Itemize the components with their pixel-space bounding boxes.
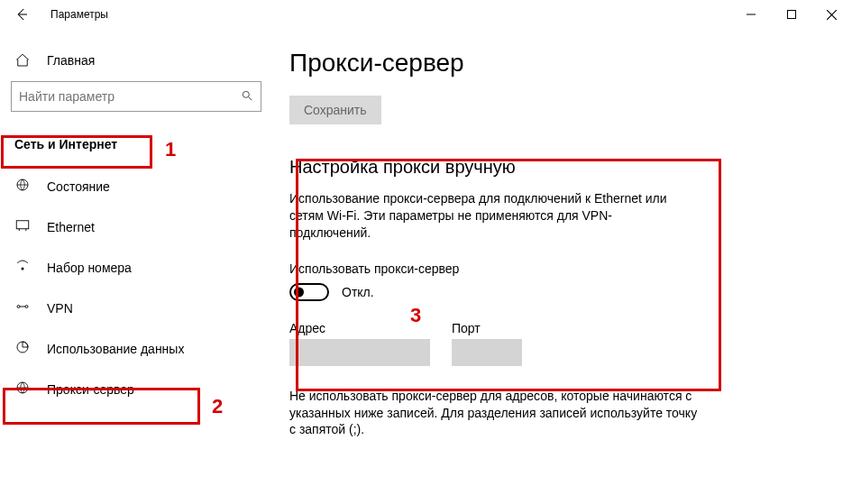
sidebar-item-label: Набор номера [47, 261, 132, 275]
arrow-left-icon [14, 6, 30, 23]
maximize-icon [787, 10, 796, 19]
ethernet-icon [14, 217, 31, 236]
save-button[interactable]: Сохранить [289, 96, 381, 124]
toggle-knob [294, 287, 304, 297]
svg-point-11 [17, 306, 20, 308]
port-label: Порт [452, 321, 522, 335]
manual-proxy-desc: Использование прокси-сервера для подключ… [289, 190, 677, 242]
close-icon [827, 10, 837, 20]
use-proxy-label: Использовать прокси-сервер [289, 261, 838, 276]
manual-proxy-heading: Настройка прокси вручную [289, 157, 838, 178]
sidebar-item-label: VPN [47, 301, 73, 316]
sidebar-item-data-usage[interactable]: Использование данных [11, 328, 236, 369]
maximize-button[interactable] [771, 0, 811, 29]
data-usage-icon [14, 339, 31, 358]
home-icon [14, 52, 31, 69]
sidebar-item-label: Состояние [47, 179, 110, 194]
port-input[interactable] [452, 339, 522, 366]
titlebar: Параметры [0, 0, 852, 29]
svg-rect-1 [787, 11, 795, 19]
proxy-icon [14, 380, 31, 399]
svg-point-4 [243, 91, 249, 97]
svg-point-12 [25, 306, 28, 308]
sidebar-item-label: Использование данных [47, 342, 184, 356]
use-proxy-toggle[interactable] [289, 283, 329, 301]
search-box[interactable] [11, 81, 261, 112]
dialup-icon [14, 258, 31, 277]
sidebar-item-status[interactable]: Состояние [11, 166, 236, 206]
exclude-note: Не использовать прокси-сервер для адресо… [289, 388, 704, 439]
address-label: Адрес [289, 321, 430, 335]
home-label: Главная [47, 53, 95, 68]
minimize-icon [747, 10, 756, 19]
page-title: Прокси-сервер [289, 49, 838, 78]
minimize-button[interactable] [730, 0, 771, 29]
sidebar: Главная Сеть и Интернет Состояние Ethern… [0, 29, 275, 504]
search-icon [241, 89, 253, 105]
address-input[interactable] [289, 339, 430, 366]
sidebar-item-dialup[interactable]: Набор номера [11, 247, 236, 288]
sidebar-item-vpn[interactable]: VPN [11, 288, 236, 328]
window-controls [730, 0, 852, 29]
svg-rect-7 [16, 221, 29, 229]
section-label: Сеть и Интернет [11, 128, 158, 160]
svg-point-10 [22, 268, 24, 270]
vpn-icon [14, 298, 31, 317]
close-button[interactable] [811, 0, 852, 29]
window-title: Параметры [50, 8, 108, 21]
sidebar-item-label: Ethernet [47, 220, 95, 234]
back-button[interactable] [11, 4, 32, 25]
toggle-state-label: Откл. [342, 285, 374, 299]
search-input[interactable] [19, 89, 241, 104]
home-nav[interactable]: Главная [11, 47, 275, 81]
sidebar-item-ethernet[interactable]: Ethernet [11, 206, 236, 247]
sidebar-item-label: Прокси-сервер [47, 382, 134, 397]
svg-line-5 [249, 96, 252, 100]
sidebar-item-proxy[interactable]: Прокси-сервер [11, 369, 236, 409]
status-icon [14, 177, 31, 196]
content-area: Прокси-сервер Сохранить Настройка прокси… [275, 29, 852, 504]
